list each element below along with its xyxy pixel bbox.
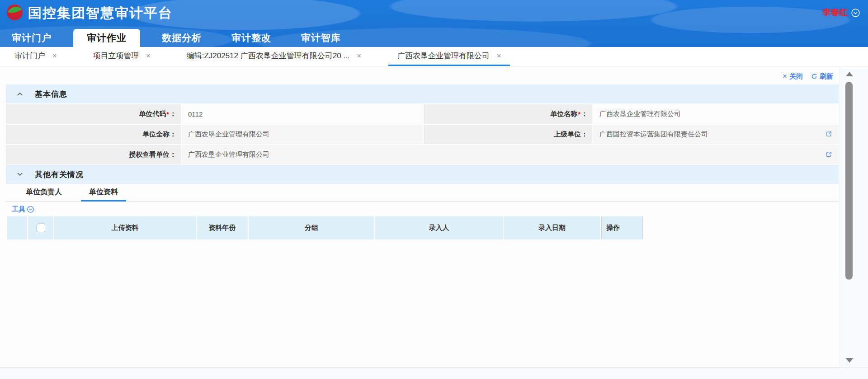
bottom-strip [0, 367, 868, 379]
workspace-tab-audit-portal[interactable]: 审计门户 × [5, 47, 66, 66]
close-icon[interactable]: × [357, 52, 361, 60]
chevron-up-icon [17, 92, 23, 96]
tools-menu[interactable]: 工具 [12, 205, 34, 214]
external-link-icon[interactable] [826, 131, 832, 137]
unit-full-name-label: 单位全称： [6, 125, 181, 144]
workspace-tab-edit-project[interactable]: 编辑:ZJ202512 广西农垦企业管理有限公司20 ... × [178, 47, 370, 66]
scroll-down-button[interactable] [846, 358, 853, 363]
tab-label: 审计门户 [14, 51, 45, 61]
select-all-cell [28, 216, 53, 239]
unit-code-field[interactable]: 0112 [182, 104, 423, 124]
tab-unit-documents[interactable]: 单位资料 [81, 184, 126, 201]
header-row: 国控集团智慧审计平台 李春红 [0, 0, 868, 25]
vertical-scrollbar [840, 66, 868, 367]
authorized-view-unit-label: 授权查看单位： [6, 145, 181, 164]
tab-label: 项目立项管理 [93, 51, 139, 61]
refresh-page-button[interactable]: 刷新 [811, 72, 833, 81]
scroll-up-button[interactable] [846, 72, 853, 76]
content-area: × 关闭 刷新 基本信息 单位代码*： [0, 66, 840, 367]
app-window: 国控集团智慧审计平台 李春红 审计门户 审计作业 数据分析 审计整改 审计智库 … [0, 0, 868, 379]
close-icon[interactable]: × [497, 52, 501, 60]
required-mark: * [578, 110, 580, 118]
unit-code-label: 单位代码*： [6, 104, 181, 124]
workspace-tab-bar: 审计门户 × 项目立项管理 × 编辑:ZJ202512 广西农垦企业管理有限公司… [0, 47, 868, 66]
nav-item-audit-portal[interactable]: 审计门户 [4, 29, 60, 47]
nav-item-audit-rectify[interactable]: 审计整改 [223, 29, 279, 47]
col-operation: 操作 [601, 216, 643, 239]
top-banner: 国控集团智慧审计平台 李春红 审计门户 审计作业 数据分析 审计整改 审计智库 [0, 0, 868, 47]
section-title: 其他有关情况 [35, 169, 84, 180]
unit-name-label: 单位名称*： [424, 104, 592, 124]
basic-info-form: 单位代码*： 0112 单位名称*： 广西农垦企业管理有限公司 单位全称： 广西… [6, 104, 839, 164]
user-menu[interactable]: 李春红 [822, 7, 860, 19]
section-header-basic-info[interactable]: 基本信息 [6, 84, 839, 103]
close-icon: × [783, 72, 787, 81]
scrollbar-thumb[interactable] [845, 82, 853, 280]
col-upload-doc: 上传资料 [54, 216, 196, 239]
close-icon[interactable]: × [52, 52, 57, 60]
parent-unit-label: 上级单位： [424, 125, 592, 144]
tab-unit-leader[interactable]: 单位负责人 [18, 184, 70, 201]
user-name: 李春红 [822, 7, 848, 19]
page-title: 国控集团智慧审计平台 [28, 4, 173, 23]
authorized-view-unit-field[interactable]: 广西农垦企业管理有限公司 [182, 145, 839, 164]
workspace-tab-company-detail[interactable]: 广西农垦企业管理有限公司 × [388, 47, 510, 66]
close-icon[interactable]: × [146, 52, 150, 60]
chevron-down-circle-icon [851, 9, 860, 17]
tab-label: 广西农垦企业管理有限公司 [397, 51, 490, 61]
chevron-down-icon [17, 172, 23, 177]
documents-table-header: 上传资料 资料年份 分组 录入人 录入日期 操作 [7, 216, 643, 239]
nav-item-audit-work[interactable]: 审计作业 [73, 29, 140, 47]
section-header-other-info[interactable]: 其他有关情况 [6, 165, 839, 184]
col-entry-date: 录入日期 [504, 216, 600, 239]
nav-item-data-analysis[interactable]: 数据分析 [154, 29, 210, 47]
parent-unit-field[interactable]: 广西国控资本运营集团有限责任公司 [593, 125, 839, 144]
external-link-icon[interactable] [826, 151, 832, 158]
company-logo-icon [6, 4, 23, 21]
workspace-tab-project-setup[interactable]: 项目立项管理 × [84, 47, 159, 66]
page-actions: × 关闭 刷新 [783, 72, 833, 81]
section-title: 基本信息 [35, 89, 67, 99]
col-entered-by: 录入人 [375, 216, 503, 239]
close-page-button[interactable]: × 关闭 [783, 72, 803, 81]
main-nav: 审计门户 审计作业 数据分析 审计整改 审计智库 [4, 29, 349, 47]
select-all-checkbox[interactable] [37, 224, 45, 232]
col-doc-year: 资料年份 [197, 216, 248, 239]
unit-name-field[interactable]: 广西农垦企业管理有限公司 [593, 104, 839, 124]
row-index-header-cell [7, 216, 27, 239]
other-info-tab-bar: 单位负责人 单位资料 [6, 184, 839, 202]
nav-item-audit-knowledge[interactable]: 审计智库 [293, 29, 349, 47]
refresh-icon [811, 73, 817, 80]
col-group: 分组 [249, 216, 374, 239]
chevron-down-circle-icon [27, 206, 34, 213]
required-mark: * [166, 110, 169, 118]
unit-full-name-field[interactable]: 广西农垦企业管理有限公司 [182, 125, 423, 144]
tab-label: 编辑:ZJ202512 广西农垦企业管理有限公司20 ... [187, 51, 350, 61]
